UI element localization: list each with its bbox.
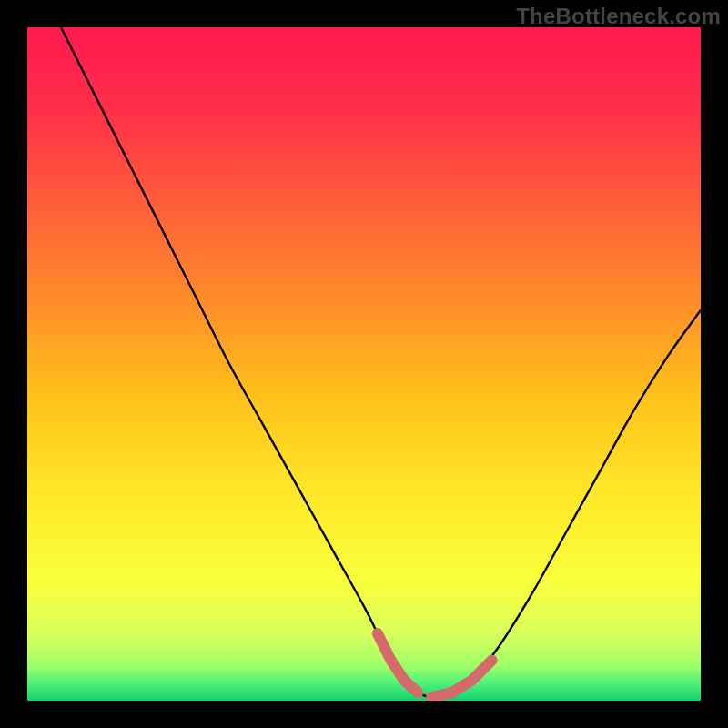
plot-area bbox=[27, 27, 701, 701]
chart-svg bbox=[27, 27, 701, 701]
attribution-watermark: TheBottleneck.com bbox=[516, 4, 721, 29]
gradient-background bbox=[27, 27, 701, 701]
chart-container: TheBottleneck.com bbox=[0, 0, 728, 728]
